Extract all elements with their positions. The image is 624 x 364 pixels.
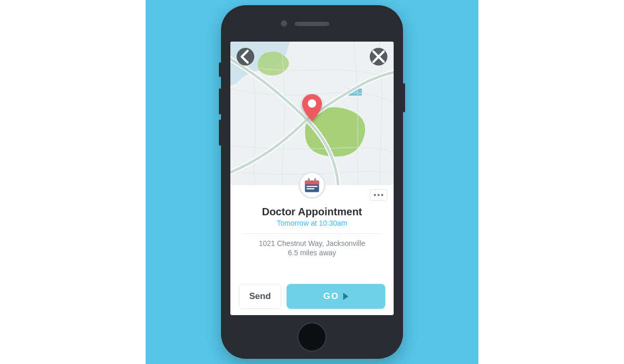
calendar-icon xyxy=(303,176,321,194)
svg-rect-6 xyxy=(307,188,315,189)
dot-icon xyxy=(374,194,376,196)
event-distance: 6.5 miles away xyxy=(239,249,385,257)
svg-rect-7 xyxy=(308,178,310,183)
event-card: Doctor Appointment Tomorrow at 10:30am 1… xyxy=(230,185,394,315)
svg-point-2 xyxy=(308,99,316,108)
dot-icon xyxy=(381,194,383,196)
play-icon xyxy=(343,293,348,300)
event-address: 1021 Chestnut Way, Jacksonville xyxy=(239,239,385,248)
divider xyxy=(243,233,381,234)
close-icon xyxy=(370,48,387,66)
phone-volume-down xyxy=(219,120,221,146)
back-button[interactable] xyxy=(237,48,254,66)
app-screen: Doctor Appointment Tomorrow at 10:30am 1… xyxy=(230,42,394,315)
map-pin[interactable] xyxy=(301,93,323,122)
go-button[interactable]: GO xyxy=(287,284,385,309)
event-type-icon xyxy=(298,172,326,199)
svg-rect-5 xyxy=(307,186,318,187)
send-button-label: Send xyxy=(249,291,271,302)
phone-camera xyxy=(281,20,287,27)
svg-rect-8 xyxy=(315,178,316,183)
svg-rect-4 xyxy=(305,180,319,185)
action-row: Send GO xyxy=(239,278,385,309)
phone-home-button[interactable] xyxy=(297,322,327,352)
phone-speaker xyxy=(295,22,329,26)
pin-icon xyxy=(301,93,323,122)
event-title: Doctor Appointment xyxy=(239,206,385,218)
dot-icon xyxy=(378,194,380,196)
phone-volume-up xyxy=(219,88,221,114)
event-time: Tomorrow at 10:30am xyxy=(239,219,385,227)
send-button[interactable]: Send xyxy=(239,284,281,309)
phone-mute-switch xyxy=(219,62,221,77)
phone-frame: Doctor Appointment Tomorrow at 10:30am 1… xyxy=(221,5,403,359)
go-button-label: GO xyxy=(323,291,339,302)
close-button[interactable] xyxy=(370,48,387,66)
stage-background: Doctor Appointment Tomorrow at 10:30am 1… xyxy=(146,0,478,364)
more-options-button[interactable] xyxy=(370,189,387,201)
chevron-left-icon xyxy=(237,48,254,66)
